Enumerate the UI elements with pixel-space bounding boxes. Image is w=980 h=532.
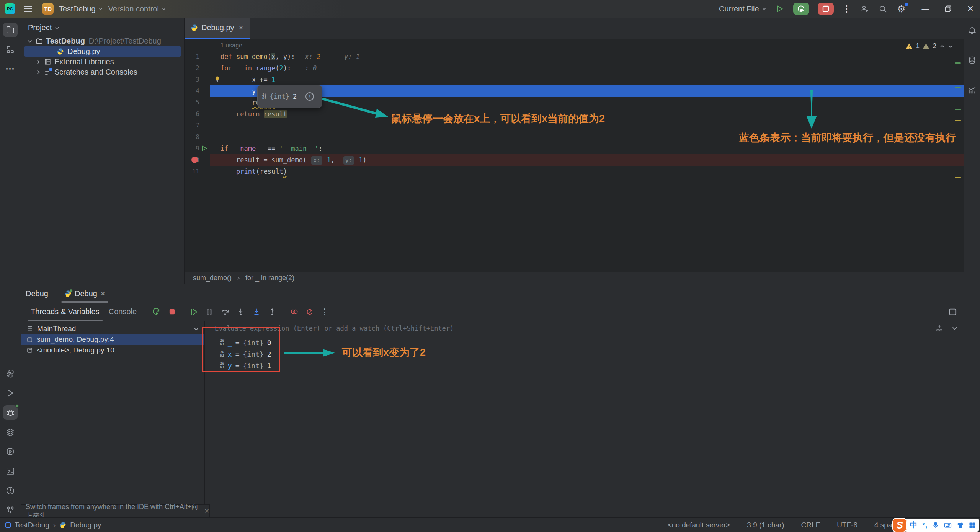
inspections-widget[interactable]: 1 2 <box>906 42 953 50</box>
usage-inlay[interactable]: 1 usage <box>185 39 964 51</box>
caret-position-widget[interactable]: 3:9 (1 char) <box>747 521 784 529</box>
variable-row[interactable]: 1001_ = {int} 0 <box>205 337 964 348</box>
step-into-icon[interactable] <box>236 307 246 317</box>
debug-more-kebab-icon[interactable]: ⋮ <box>320 307 329 317</box>
rerun-debugger-icon[interactable] <box>151 307 161 317</box>
code-editor[interactable]: 1 usage 1def sum_demo(x, y):x: 2 y: 12fo… <box>185 39 964 272</box>
add-watch-icon[interactable] <box>935 324 944 333</box>
sogou-logo-icon[interactable]: S <box>892 518 907 532</box>
breakpoint-icon[interactable] <box>191 157 198 163</box>
chevron-down-icon[interactable] <box>952 325 958 331</box>
window-close-button[interactable]: ✕ <box>967 4 974 14</box>
step-out-icon[interactable] <box>267 307 277 317</box>
code-with-me-icon[interactable] <box>860 4 870 14</box>
ime-toolbox-icon[interactable] <box>969 522 975 529</box>
debug-session-tab[interactable]: Debug ✕ <box>59 284 111 303</box>
view-breakpoints-icon[interactable] <box>289 307 299 317</box>
variable-row[interactable]: 1001x = {int} 2 <box>205 348 964 360</box>
stop-debugger-icon[interactable] <box>167 307 177 317</box>
thread-row[interactable]: MainThread <box>21 323 204 334</box>
code-line-3[interactable]: 3 x += 1 <box>185 74 964 85</box>
mute-breakpoints-icon[interactable] <box>305 307 315 317</box>
search-everywhere-icon[interactable] <box>878 4 888 14</box>
line-separator-widget[interactable]: CRLF <box>801 521 820 529</box>
run-configuration-select[interactable]: Current File <box>719 5 766 13</box>
stack-frame-row[interactable]: <module>, Debug.py:10 <box>21 345 204 356</box>
stop-button[interactable] <box>818 3 834 15</box>
problems-tool-icon[interactable] <box>3 483 18 498</box>
pause-program-icon[interactable] <box>204 307 214 317</box>
git-tool-icon[interactable] <box>3 503 18 517</box>
breadcrumb-loop[interactable]: for _ in range(2) <box>245 274 294 282</box>
code-line-10[interactable]: 10 result = sum_demo( x: 1, y: 1) <box>185 154 964 166</box>
ime-skin-icon[interactable] <box>957 522 964 529</box>
vcs-widget[interactable]: Version control <box>108 5 166 13</box>
session-close-icon[interactable]: ✕ <box>100 290 105 297</box>
sciview-plots-icon[interactable] <box>966 83 978 98</box>
code-line-6[interactable]: 6 return result <box>185 108 964 120</box>
database-tool-icon[interactable] <box>966 53 978 67</box>
debug-tool-icon[interactable] <box>3 405 18 420</box>
gutter-line-2[interactable]: 2 <box>185 62 210 74</box>
structure-tool-icon[interactable] <box>3 42 18 57</box>
profiler-tool-icon[interactable] <box>3 444 18 459</box>
ime-mic-icon[interactable] <box>932 522 939 529</box>
project-tool-icon[interactable] <box>3 23 18 37</box>
encoding-widget[interactable]: UTF-8 <box>837 521 858 529</box>
code-line-2[interactable]: 2for _ in range(2):_: 0 <box>185 62 964 74</box>
tab-debug-py[interactable]: Debug.py ✕ <box>185 18 250 39</box>
step-over-icon[interactable] <box>220 307 230 317</box>
code-line-7[interactable]: 7 <box>185 120 964 131</box>
tree-item-file-selected[interactable]: Debug.py <box>24 46 181 57</box>
services-tool-icon[interactable] <box>3 425 18 439</box>
gutter-line-5[interactable]: 5 <box>185 97 210 108</box>
debug-window-title[interactable]: Debug <box>26 289 48 298</box>
code-line-8[interactable]: 8 <box>185 131 964 143</box>
code-line-11[interactable]: 11 print(result) <box>185 166 964 177</box>
resume-program-icon[interactable] <box>189 307 199 317</box>
rerun-debug-button[interactable] <box>793 3 809 15</box>
breadcrumb-function[interactable]: sum_demo() <box>193 274 232 282</box>
gutter-line-4[interactable]: 4 <box>185 85 210 97</box>
gutter-line-3[interactable]: 3 <box>185 74 210 85</box>
notifications-bell-icon[interactable] <box>966 23 978 37</box>
run-button[interactable] <box>775 4 785 14</box>
gutter-line-8[interactable]: 8 <box>185 131 210 143</box>
ime-language-icon[interactable]: 中 <box>910 520 917 530</box>
window-maximize-button[interactable] <box>945 5 952 12</box>
more-actions-kebab-icon[interactable]: ⋮ <box>842 3 851 14</box>
ime-keyboard-icon[interactable] <box>944 521 952 529</box>
gutter-line-1[interactable]: 1 <box>185 51 210 62</box>
gutter-line-9[interactable]: 9 <box>185 143 210 154</box>
more-tool-windows-icon[interactable]: ••• <box>3 62 18 76</box>
gutter-line-11[interactable]: 11 <box>185 166 210 177</box>
tab-threads-variables[interactable]: Threads & Variables <box>26 303 104 321</box>
run-tool-icon[interactable] <box>3 386 18 400</box>
inline-info-icon[interactable]: ! <box>305 92 314 101</box>
gutter-line-10[interactable]: 10 <box>185 154 210 166</box>
code-line-1[interactable]: 1def sum_demo(x, y):x: 2 y: 1 <box>185 51 964 62</box>
intention-bulb-icon[interactable] <box>214 75 221 83</box>
ime-punctuation-icon[interactable]: °, <box>922 521 927 529</box>
project-badge[interactable]: TD <box>42 3 54 15</box>
tree-item-root[interactable]: TestDebug D:\Project\TestDebug <box>21 36 184 46</box>
tab-close-icon[interactable]: ✕ <box>238 24 243 31</box>
main-menu-icon[interactable] <box>24 6 32 12</box>
default-server-widget[interactable]: <no default server> <box>668 521 730 529</box>
gutter-line-6[interactable]: 6 <box>185 108 210 120</box>
stack-frame-row[interactable]: sum_demo, Debug.py:4 <box>21 334 204 345</box>
tree-item-scratches[interactable]: Scratches and Consoles <box>21 67 184 77</box>
binary-view-icon[interactable]: 1001 <box>262 93 266 100</box>
tip-close-icon[interactable]: ✕ <box>204 508 209 515</box>
gutter-line-7[interactable]: 7 <box>185 120 210 131</box>
code-line-9[interactable]: 9if __name__ == '__main__': <box>185 143 964 154</box>
evaluate-expression-field[interactable]: Evaluate expression (Enter) or add a wat… <box>205 321 964 335</box>
run-gutter-icon[interactable] <box>201 145 207 151</box>
terminal-tool-icon[interactable] <box>3 464 18 478</box>
tab-console[interactable]: Console <box>104 303 141 321</box>
project-switcher[interactable]: TestDebug <box>59 5 103 13</box>
debugger-value-tooltip[interactable]: 1001 {int} 2 ! <box>257 85 322 108</box>
settings-gear-icon[interactable]: ⚙ <box>897 4 906 14</box>
status-crumb-root[interactable]: TestDebug <box>15 521 49 529</box>
project-panel-title[interactable]: Project <box>28 23 52 32</box>
